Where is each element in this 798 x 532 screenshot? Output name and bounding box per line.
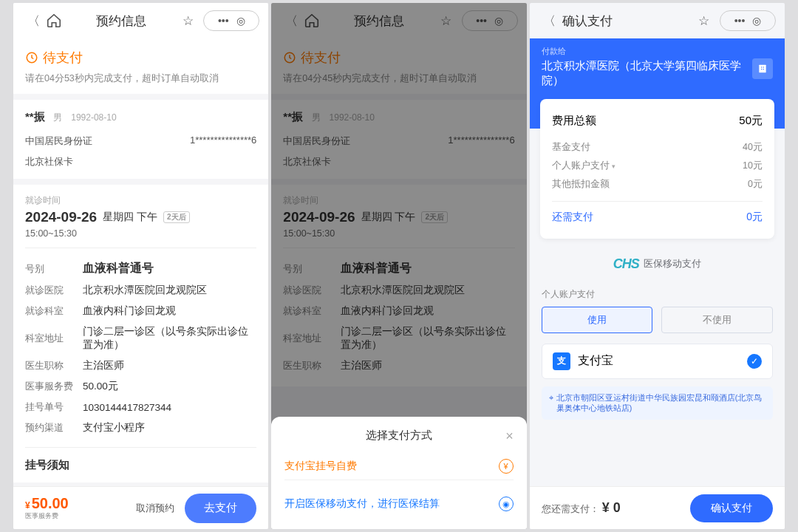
- detail-row: 号别血液科普通号: [25, 257, 256, 280]
- detail-key: 医事服务费: [25, 380, 83, 393]
- payee-label: 付款给: [542, 46, 773, 57]
- target-icon[interactable]: ◎: [236, 15, 245, 27]
- detail-val: 北京积水潭医院回龙观院区: [83, 284, 207, 297]
- fee-sub-row: 其他抵扣金额0元: [552, 175, 763, 194]
- detail-row: 就诊医院北京积水潭医院回龙观院区: [25, 280, 256, 301]
- status-card: 待支付 请在04分53秒内完成支付，超时订单自动取消: [13, 38, 268, 94]
- svg-rect-4: [763, 66, 764, 67]
- detail-val: 支付宝小程序: [83, 421, 145, 434]
- status-text: 待支付: [43, 49, 83, 66]
- svg-rect-5: [761, 69, 762, 69]
- price-value: 50.00: [32, 495, 69, 512]
- hospital-name: 北京积水潭医院（北京大学第四临床医学院）: [542, 58, 773, 89]
- detail-val: 主治医师: [83, 359, 124, 372]
- detail-key: 挂号单号: [25, 400, 83, 414]
- toggle-use[interactable]: 使用: [542, 307, 653, 333]
- pay-method-sheet: 选择支付方式 × 支付宝挂号自费 ¥ 开启医保移动支付，进行医保结算 ◉: [271, 417, 526, 529]
- detail-row: 就诊科室血液内科门诊回龙观: [25, 301, 256, 321]
- notice-title[interactable]: 挂号须知: [25, 447, 256, 472]
- pay-option-alipay-self[interactable]: 支付宝挂号自费 ¥: [284, 443, 513, 480]
- patient-card: **振 男 1992-08-10 中国居民身份证 1**************…: [13, 100, 268, 179]
- alipay-icon: 支: [553, 352, 570, 370]
- detail-val: 50.00元: [83, 380, 118, 393]
- detail-val: 血液科普通号: [83, 261, 154, 276]
- appt-date: 2024-09-26 星期四 下午 2天后: [25, 209, 256, 225]
- eye-icon: ◉: [499, 497, 514, 511]
- detail-rows: 号别血液科普通号就诊医院北京积水潭医院回龙观院区就诊科室血液内科门诊回龙观科室地…: [25, 257, 256, 438]
- chs-logo-icon: CHS: [613, 256, 639, 272]
- detail-key: 医生职称: [25, 359, 83, 372]
- star-icon[interactable]: ☆: [696, 13, 712, 29]
- date: 2024-09-26: [25, 209, 97, 225]
- detail-key: 就诊科室: [25, 304, 83, 318]
- location-text: 北京市朝阳区亚运村街道中华民族园宏昆和颐酒店(北京鸟巢奥体中心地铁站店): [556, 392, 765, 414]
- status-desc: 请在04分53秒内完成支付，超时订单自动取消: [25, 72, 256, 85]
- location-icon: ⌖: [549, 392, 553, 414]
- phone-screen3: 〈 确认支付 ☆ ••• ◎ 付款给 北京积水潭医院（北京大学第四临床医学院） …: [530, 3, 785, 529]
- phone-screen2: 〈 预约信息 ☆ ••• ◎ 待支付 请在04分45秒内完成支付，超时订单自动取…: [271, 3, 526, 529]
- alipay-channel[interactable]: 支 支付宝 ✓: [542, 344, 773, 379]
- weekday: 星期四 下午: [103, 211, 157, 224]
- bottom-bar: 您还需支付：¥ 0 确认支付: [530, 486, 785, 529]
- more-icon[interactable]: •••: [218, 15, 229, 27]
- patient-name: **振: [25, 110, 45, 123]
- mini-program-capsule[interactable]: ••• ◎: [720, 10, 776, 31]
- fee-card: 费用总额50元 基金支付40元个人账户支付 ▾10元其他抵扣金额0元 还需支付0…: [540, 99, 774, 239]
- back-icon[interactable]: 〈: [25, 13, 41, 29]
- more-icon[interactable]: •••: [734, 15, 746, 27]
- confirm-pay-button[interactable]: 确认支付: [690, 494, 773, 522]
- id-type-label: 中国居民身份证: [25, 134, 92, 148]
- patient-gender: 男: [53, 112, 62, 123]
- page-title: 确认支付: [562, 13, 613, 30]
- back-icon[interactable]: 〈: [542, 13, 558, 29]
- star-icon[interactable]: ☆: [180, 13, 196, 29]
- detail-row: 预约渠道支付宝小程序: [25, 417, 256, 438]
- detail-row: 挂号单号1030144417827344: [25, 397, 256, 417]
- cancel-button[interactable]: 取消预约: [136, 502, 174, 515]
- fee-sub-row: 基金支付40元: [552, 138, 763, 157]
- sheet-title: 选择支付方式 ×: [284, 429, 513, 443]
- price: ¥50.00: [25, 495, 69, 512]
- top-bar: 〈 确认支付 ☆ ••• ◎: [530, 3, 785, 38]
- price-sub: 医事服务费: [25, 511, 69, 521]
- pay-option-insurance[interactable]: 开启医保移动支付，进行医保结算 ◉: [284, 480, 513, 514]
- divider: [25, 248, 256, 248]
- detail-row: 医事服务费50.00元: [25, 376, 256, 397]
- location-bubble[interactable]: ⌖ 北京市朝阳区亚运村街道中华民族园宏昆和颐酒店(北京鸟巢奥体中心地铁站店): [542, 386, 773, 420]
- check-icon: ✓: [747, 354, 762, 369]
- appointment-card: 就诊时间 2024-09-26 星期四 下午 2天后 15:00~15:30 号…: [13, 185, 268, 482]
- detail-key: 预约渠道: [25, 421, 83, 434]
- id-number: 1***************6: [190, 134, 256, 148]
- mini-program-capsule[interactable]: ••• ◎: [203, 10, 259, 31]
- pay-button[interactable]: 去支付: [185, 494, 256, 523]
- detail-val: 1030144417827344: [83, 402, 171, 413]
- target-icon[interactable]: ◎: [752, 15, 761, 27]
- detail-key: 号别: [25, 262, 83, 276]
- home-icon[interactable]: [46, 13, 62, 29]
- appt-label: 就诊时间: [25, 195, 256, 206]
- detail-key: 就诊医院: [25, 284, 83, 297]
- chevron-down-icon: ▾: [612, 163, 615, 170]
- close-icon[interactable]: ×: [505, 429, 514, 444]
- page-title: 预约信息: [66, 13, 175, 30]
- chs-logo-row: CHS 医保移动支付: [530, 256, 785, 272]
- fee-sub-row[interactable]: 个人账户支付 ▾10元: [552, 157, 763, 175]
- svg-rect-6: [763, 69, 764, 69]
- top-bar: 〈 预约信息 ☆ ••• ◎: [13, 3, 268, 38]
- detail-row: 医生职称主治医师: [25, 355, 256, 376]
- time-slot: 15:00~15:30: [25, 228, 256, 239]
- toggle-not-use[interactable]: 不使用: [661, 307, 773, 333]
- amount-due: 您还需支付：¥ 0: [542, 500, 621, 516]
- account-section-label: 个人账户支付: [542, 288, 773, 301]
- fee-total: 费用总额50元: [552, 111, 763, 131]
- coin-icon: ¥: [499, 459, 514, 474]
- account-toggle: 使用 不使用: [530, 307, 785, 333]
- days-left-tag: 2天后: [163, 211, 190, 223]
- svg-rect-2: [759, 65, 765, 73]
- status: 待支付: [25, 49, 256, 66]
- phone-screen1: 〈 预约信息 ☆ ••• ◎ 待支付 请在04分53秒内完成支付，超时订单自动取…: [13, 3, 268, 529]
- fee-remain: 还需支付0元: [552, 201, 763, 227]
- detail-val: 门诊二层一诊区（以号条实际出诊位置为准）: [83, 325, 256, 352]
- content-scroll: 待支付 请在04分53秒内完成支付，超时订单自动取消 **振 男 1992-08…: [13, 38, 268, 529]
- chs-label: 医保移动支付: [644, 257, 701, 270]
